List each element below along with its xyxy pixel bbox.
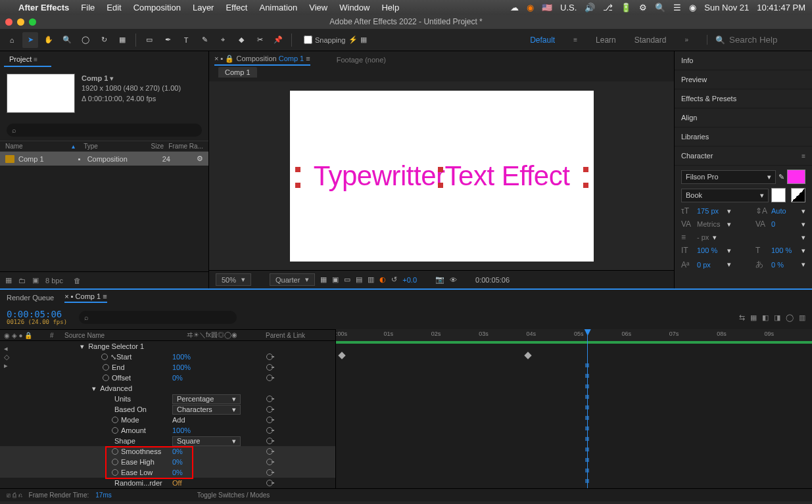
new-folder-icon[interactable]: 🗀 bbox=[18, 277, 26, 285]
timeline-search[interactable]: ⌕ bbox=[79, 311, 237, 324]
project-item-comp1[interactable]: Comp 1 ▪ Composition 24 ⚙ bbox=[0, 152, 208, 166]
prop-easehigh-value[interactable]: 0% bbox=[172, 458, 183, 466]
current-timecode[interactable]: 0:00:05:06 bbox=[7, 309, 67, 319]
panel-effects-presets[interactable]: Effects & Presets bbox=[675, 89, 812, 108]
window-controls[interactable] bbox=[5, 18, 36, 26]
bpc-button[interactable]: 8 bpc bbox=[45, 277, 63, 285]
pickwhip-icon[interactable] bbox=[266, 438, 273, 444]
menu-effect[interactable]: Effect bbox=[226, 3, 247, 12]
prop-random-value[interactable]: Off bbox=[172, 479, 181, 487]
clone-tool-icon[interactable]: ⌖ bbox=[215, 32, 231, 48]
prop-range-selector[interactable]: ▾ Range Selector 1 bbox=[0, 341, 335, 352]
composition-viewer[interactable]: TypewritterText Effect bbox=[209, 81, 674, 270]
stroke-swatch[interactable] bbox=[771, 188, 786, 202]
rect-tool-icon[interactable]: ▭ bbox=[141, 32, 157, 48]
hand-tool-icon[interactable]: ✋ bbox=[41, 32, 57, 48]
frame-blend-icon[interactable]: ◨ bbox=[774, 313, 780, 322]
anchor-handle[interactable] bbox=[295, 167, 300, 172]
panel-preview[interactable]: Preview bbox=[675, 70, 812, 89]
selection-tool-icon[interactable]: ➤ bbox=[22, 32, 38, 48]
puppet-tool-icon[interactable]: 📌 bbox=[270, 32, 286, 48]
baseline-value[interactable]: 0 px bbox=[697, 261, 723, 269]
pickwhip-icon[interactable] bbox=[266, 469, 273, 476]
pickwhip-icon[interactable] bbox=[266, 364, 273, 371]
reset-exp-icon[interactable]: ↺ bbox=[391, 275, 397, 284]
kerning-value[interactable]: Metrics bbox=[697, 220, 723, 228]
close-icon[interactable] bbox=[5, 18, 12, 26]
anchor-handle[interactable] bbox=[583, 183, 588, 188]
exposure-value[interactable]: +0.0 bbox=[402, 276, 417, 284]
workspace-standard[interactable]: Standard bbox=[634, 35, 667, 45]
font-size-value[interactable]: 175 px bbox=[697, 207, 723, 215]
current-time[interactable]: 0:00:05:06 bbox=[475, 276, 510, 284]
ws-overflow-icon[interactable]: » bbox=[684, 36, 688, 43]
anchor-handle[interactable] bbox=[438, 183, 443, 188]
battery-icon[interactable]: 🔋 bbox=[621, 3, 631, 12]
prop-advanced[interactable]: ▾ Advanced bbox=[0, 383, 335, 394]
keyframe-diamond[interactable] bbox=[524, 352, 531, 359]
basedon-dropdown[interactable]: Characters▾ bbox=[172, 405, 241, 415]
resolution-dropdown[interactable]: Quarter ▾ bbox=[270, 273, 315, 286]
shape-dropdown[interactable]: Square▾ bbox=[172, 436, 241, 446]
leading-value[interactable]: Auto bbox=[771, 207, 798, 215]
rotate-tool-icon[interactable]: ↻ bbox=[96, 32, 112, 48]
menubar-date[interactable]: Sun Nov 21 bbox=[704, 3, 749, 12]
time-ruler[interactable]: :00s01s02s03s04s05s06s07s08s09s10s bbox=[336, 329, 812, 342]
bluetooth-icon[interactable]: ⎇ bbox=[603, 3, 613, 12]
project-search[interactable]: ⌕ bbox=[7, 124, 202, 137]
control-center-icon[interactable]: ☰ bbox=[673, 3, 681, 12]
pickwhip-icon[interactable] bbox=[266, 375, 273, 381]
prop-smoothness-value[interactable]: 0% bbox=[172, 447, 183, 455]
spotlight-icon[interactable]: 🔍 bbox=[655, 3, 665, 12]
pickwhip-icon[interactable] bbox=[266, 406, 273, 413]
text-tool-icon[interactable]: T bbox=[178, 32, 194, 48]
stopwatch-icon[interactable] bbox=[112, 459, 118, 465]
snapshot-icon[interactable]: 📷 bbox=[435, 275, 444, 284]
prop-offset-value[interactable]: 0% bbox=[172, 374, 183, 382]
comp-canvas[interactable]: TypewritterText Effect bbox=[290, 91, 594, 262]
prop-end-value[interactable]: 100% bbox=[172, 363, 191, 371]
font-family-dropdown[interactable]: Filson Pro▾ bbox=[681, 170, 776, 184]
anchor-handle[interactable] bbox=[438, 167, 443, 172]
pickwhip-icon[interactable] bbox=[266, 448, 273, 455]
brush-tool-icon[interactable]: ✎ bbox=[197, 32, 212, 48]
pickwhip-icon[interactable] bbox=[266, 417, 273, 423]
siri-icon[interactable]: ◉ bbox=[689, 3, 696, 12]
interpret-icon[interactable]: ▦ bbox=[5, 276, 12, 285]
stopwatch-icon[interactable] bbox=[112, 417, 118, 423]
orbit-tool-icon[interactable]: ◯ bbox=[78, 32, 93, 48]
prop-easelow-value[interactable]: 0% bbox=[172, 469, 183, 476]
comp-thumbnail[interactable] bbox=[7, 74, 75, 113]
ws-menu-icon[interactable]: ≡ bbox=[573, 36, 577, 43]
pickwhip-icon[interactable] bbox=[266, 427, 273, 434]
stopwatch-icon[interactable] bbox=[112, 469, 118, 476]
roto-tool-icon[interactable]: ✂ bbox=[252, 32, 268, 48]
workspace-learn[interactable]: Learn bbox=[596, 35, 616, 45]
comp-subtab[interactable]: Comp 1 bbox=[218, 67, 257, 78]
menu-layer[interactable]: Layer bbox=[193, 3, 214, 12]
tab-render-queue[interactable]: Render Queue bbox=[7, 294, 54, 302]
font-style-dropdown[interactable]: Book▾ bbox=[681, 189, 769, 202]
timeline-tracks[interactable]: :00s01s02s03s04s05s06s07s08s09s10s bbox=[335, 329, 812, 488]
anchor-handle[interactable] bbox=[583, 167, 588, 172]
work-area-bar[interactable] bbox=[336, 341, 812, 344]
snapping-checkbox[interactable] bbox=[304, 35, 312, 44]
stopwatch-icon[interactable] bbox=[112, 427, 118, 434]
guides-icon[interactable]: ▥ bbox=[368, 275, 374, 284]
home-icon[interactable]: ⌂ bbox=[4, 32, 20, 48]
tsume-value[interactable]: 0 % bbox=[771, 261, 798, 269]
menu-animation[interactable]: Animation bbox=[259, 3, 297, 12]
panel-libraries[interactable]: Libraries bbox=[675, 127, 812, 147]
panel-info[interactable]: Info bbox=[675, 51, 812, 70]
menubar-time[interactable]: 10:41:47 PM bbox=[757, 3, 805, 12]
pickwhip-icon[interactable] bbox=[266, 480, 273, 486]
trash-icon[interactable]: 🗑 bbox=[74, 277, 81, 285]
cloud-icon[interactable]: ☁︎ bbox=[510, 3, 519, 12]
region-icon[interactable]: ▭ bbox=[344, 275, 350, 284]
stopwatch-icon[interactable] bbox=[103, 375, 109, 381]
shy-icon[interactable]: ◧ bbox=[762, 313, 769, 322]
zoom-tool-icon[interactable]: 🔍 bbox=[59, 32, 75, 48]
cc-icon[interactable]: ◉ bbox=[527, 3, 534, 12]
stopwatch-icon[interactable] bbox=[101, 354, 108, 360]
eyedropper-icon[interactable]: ✎ bbox=[778, 173, 784, 181]
